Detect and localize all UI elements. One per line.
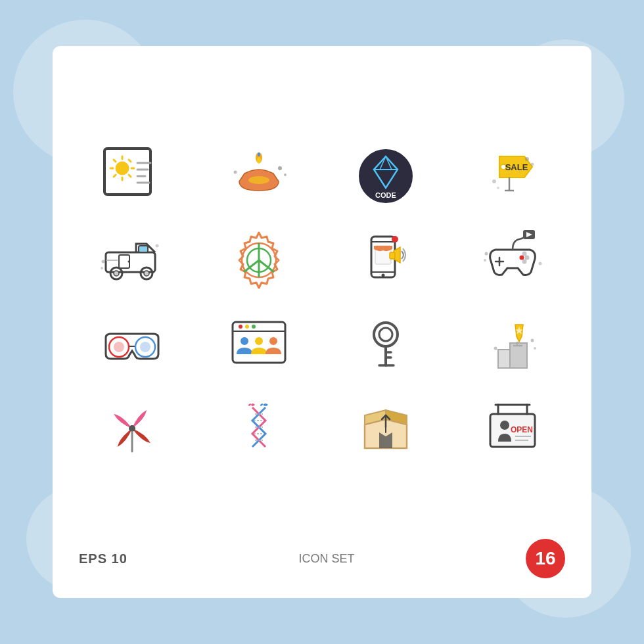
svg-point-16	[258, 152, 260, 156]
icon-set-label: ICON SET	[298, 552, 354, 566]
icon-cell-pinwheel	[79, 396, 185, 461]
svg-point-63	[522, 252, 526, 256]
bottom-bar: EPS 10 ICON SET 16	[79, 539, 565, 578]
svg-point-77	[239, 325, 242, 329]
vr-glasses-icon	[99, 311, 165, 377]
svg-point-18	[278, 166, 282, 170]
svg-text:OPEN: OPEN	[510, 425, 532, 434]
game-controller-icon	[480, 227, 545, 293]
svg-point-80	[241, 337, 248, 345]
camper-van-icon	[99, 227, 165, 293]
svg-point-19	[284, 173, 287, 176]
svg-point-33	[492, 179, 496, 183]
icon-cell-web-browser	[206, 311, 311, 377]
svg-text:SALE: SALE	[505, 162, 528, 172]
svg-line-8	[114, 175, 116, 177]
svg-point-43	[144, 271, 149, 276]
box-upload-icon	[353, 396, 419, 461]
icon-cell-peace-gear	[206, 227, 311, 293]
weather-forecast-icon	[99, 143, 165, 209]
svg-point-68	[484, 259, 486, 262]
main-card: CODE SALE	[53, 46, 591, 598]
trophy-icon	[480, 311, 545, 377]
peace-gear-icon	[226, 227, 292, 293]
svg-point-46	[155, 244, 158, 248]
svg-point-82	[269, 337, 277, 345]
svg-point-81	[255, 337, 263, 345]
svg-point-69	[538, 262, 541, 265]
svg-point-74	[140, 342, 150, 352]
svg-point-83	[374, 323, 398, 346]
diya-lamp-icon	[226, 143, 292, 209]
svg-point-84	[379, 328, 392, 341]
icon-cell-weather-forecast	[79, 143, 185, 209]
icon-cell-key	[333, 311, 438, 377]
svg-point-41	[114, 271, 119, 276]
code-diamond-icon: CODE	[353, 143, 419, 209]
svg-point-1	[116, 162, 129, 175]
eps-label: EPS 10	[79, 551, 127, 566]
svg-point-61	[519, 256, 524, 260]
svg-point-38	[127, 261, 129, 263]
svg-point-62	[524, 256, 529, 260]
icon-cell-code-diamond: CODE	[333, 143, 438, 209]
svg-point-17	[248, 176, 269, 184]
icon-cell-open-sign: OPEN	[459, 396, 565, 461]
svg-point-95	[530, 339, 534, 342]
svg-point-32	[530, 163, 534, 166]
svg-point-15	[257, 157, 261, 164]
sale-tag-icon: SALE	[480, 143, 545, 209]
icon-cell-diya-lamp	[206, 143, 311, 209]
svg-point-67	[484, 252, 488, 256]
icon-cell-dna-hearts	[206, 396, 311, 461]
svg-point-64	[522, 260, 526, 264]
svg-rect-57	[390, 252, 395, 259]
open-sign-icon: OPEN	[480, 396, 545, 461]
svg-rect-89	[498, 350, 510, 368]
dna-hearts-icon	[226, 396, 292, 461]
svg-point-72	[114, 342, 124, 352]
icon-cell-camper-van	[79, 227, 185, 293]
icon-grid: CODE SALE	[79, 72, 565, 532]
icon-cell-trophy	[459, 311, 565, 377]
svg-line-9	[129, 160, 131, 162]
svg-point-96	[534, 347, 536, 350]
icon-cell-box-upload	[333, 396, 438, 461]
pinwheel-icon	[99, 396, 165, 461]
web-browser-icon	[226, 311, 292, 377]
svg-line-6	[114, 160, 116, 162]
icon-cell-game-controller	[459, 227, 565, 293]
icon-cell-vr-glasses	[79, 311, 185, 377]
icon-cell-sale-tag: SALE	[459, 143, 565, 209]
mobile-marketing-icon	[353, 227, 419, 293]
svg-point-79	[252, 325, 256, 329]
icon-cell-mobile-marketing	[333, 227, 438, 293]
svg-point-45	[101, 267, 103, 269]
svg-text:CODE: CODE	[375, 191, 396, 199]
svg-line-7	[129, 175, 131, 177]
key-icon	[353, 311, 419, 377]
svg-rect-36	[139, 246, 148, 252]
svg-rect-90	[510, 343, 527, 368]
svg-point-110	[500, 421, 509, 430]
svg-point-20	[233, 171, 237, 174]
badge-number: 16	[526, 539, 565, 578]
svg-point-55	[381, 274, 384, 277]
svg-point-34	[497, 187, 499, 189]
svg-point-44	[101, 260, 104, 264]
svg-point-94	[494, 347, 497, 350]
svg-point-31	[525, 157, 529, 161]
svg-point-78	[245, 325, 249, 329]
svg-point-58	[392, 236, 398, 242]
